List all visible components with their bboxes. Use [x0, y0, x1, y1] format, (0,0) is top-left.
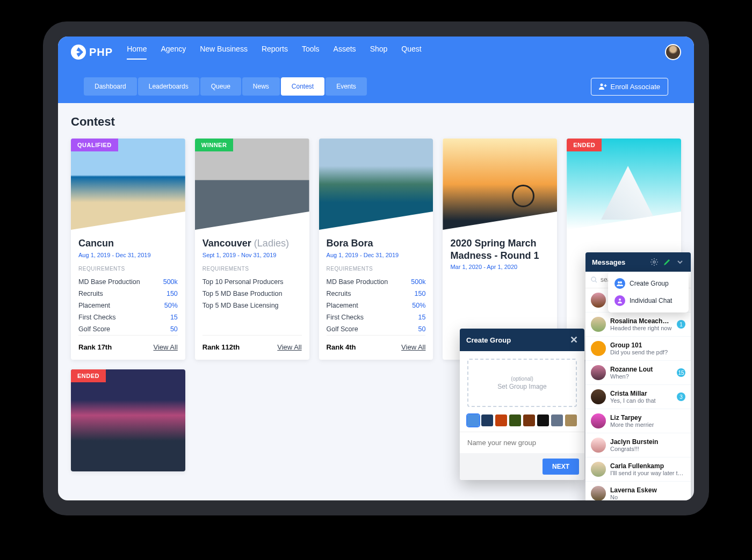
brand-text: PHP	[89, 46, 113, 59]
tab-queue[interactable]: Queue	[200, 77, 241, 96]
view-all-link[interactable]: View All	[401, 343, 425, 351]
messages-title: Messages	[592, 258, 625, 266]
status-badge: ENDED	[71, 369, 106, 382]
message-item[interactable]: Rozanne LoutWhen?15	[585, 361, 691, 385]
contest-card-march-madness[interactable]: 2020 Spring March Madness - Round 1 Mar …	[443, 139, 557, 360]
tablet-frame: PHP Home Agency New Business Reports Too…	[43, 21, 709, 515]
tabs: Dashboard Leaderboards Queue News Contes…	[84, 77, 368, 96]
svg-point-1	[653, 261, 655, 263]
preset-thumb[interactable]	[523, 414, 535, 426]
image-presets	[460, 414, 584, 432]
modal-header: Create Group ✕	[460, 329, 584, 351]
contest-card-vancouver[interactable]: WINNER Vancouver (Ladies) Sept 1, 2019 -…	[195, 139, 309, 360]
card-dates: Aug 1, 2019 - Dec 31, 2019	[78, 252, 178, 258]
card-body: Cancun Aug 1, 2019 - Dec 31, 2019 REQUIR…	[71, 230, 185, 360]
messages-panel: Messages	[585, 252, 691, 500]
preset-thumb[interactable]	[495, 414, 507, 426]
contest-card-cancun[interactable]: QUALIFIED Cancun Aug 1, 2019 - Dec 31, 2…	[71, 139, 185, 360]
group-name-input[interactable]	[460, 432, 584, 453]
search-icon	[591, 277, 597, 283]
message-item[interactable]: Group 101Did you send the pdf?	[585, 337, 691, 361]
card-dates: Sept 1, 2019 - Nov 31, 2019	[203, 252, 302, 258]
enroll-associate-button[interactable]: Enroll Associate	[591, 78, 669, 96]
card-image	[195, 139, 309, 230]
tab-contest[interactable]: Contest	[281, 77, 324, 96]
svg-point-5	[591, 277, 596, 281]
message-list[interactable]: LeoIt st Rosalina MceachernHeaded there …	[585, 288, 691, 500]
group-image-dropzone[interactable]: (optional) Set Group Image	[467, 359, 577, 407]
page-title: Contest	[71, 115, 681, 129]
create-group-modal: Create Group ✕ (optional) Set Group Imag…	[460, 329, 584, 480]
compose-icon[interactable]	[663, 258, 671, 266]
contest-card-6[interactable]: ENDED	[71, 369, 185, 471]
card-image	[567, 139, 681, 230]
popover-create-group[interactable]: Create Group	[611, 275, 685, 292]
svg-point-2	[618, 281, 620, 283]
nav-reports[interactable]: Reports	[262, 45, 288, 60]
rank: Rank 4th	[327, 343, 356, 351]
nav-home[interactable]: Home	[127, 45, 147, 60]
svg-point-0	[600, 84, 603, 86]
person-add-icon	[599, 83, 608, 90]
svg-point-4	[619, 299, 621, 301]
card-image	[71, 139, 185, 230]
screen: PHP Home Agency New Business Reports Too…	[58, 37, 694, 500]
card-image	[71, 369, 185, 471]
status-badge: ENDED	[567, 139, 602, 151]
card-image	[319, 139, 433, 230]
message-item[interactable]: Carla FullenkampI'lll send it your way l…	[585, 457, 691, 482]
gear-icon[interactable]	[650, 258, 659, 266]
nav-quest[interactable]: Quest	[401, 45, 421, 60]
avatar[interactable]	[665, 44, 681, 60]
card-title: Bora Bora	[327, 237, 426, 250]
content: Contest QUALIFIED Cancun Aug 1, 2019 - D…	[58, 103, 694, 500]
close-icon[interactable]: ✕	[570, 334, 578, 346]
flame-icon	[71, 45, 86, 60]
status-badge: QUALIFIED	[71, 139, 118, 151]
preset-thumb[interactable]	[509, 414, 521, 426]
svg-point-3	[620, 281, 622, 283]
card-title: Cancun	[78, 237, 178, 250]
tab-news[interactable]: News	[242, 77, 280, 96]
tab-leaderboards[interactable]: Leaderboards	[138, 77, 199, 96]
chevron-down-icon[interactable]	[676, 258, 684, 266]
view-all-link[interactable]: View All	[154, 343, 178, 351]
preset-thumb[interactable]	[551, 414, 563, 426]
preset-thumb[interactable]	[565, 414, 577, 426]
logo[interactable]: PHP	[71, 45, 113, 60]
contest-card-borabora[interactable]: Bora Bora Aug 1, 2019 - Dec 31, 2019 REQ…	[319, 139, 433, 360]
card-image	[443, 139, 557, 230]
view-all-link[interactable]: View All	[277, 343, 301, 351]
status-badge: WINNER	[195, 139, 234, 151]
message-item[interactable]: Laverna EskewNo	[585, 482, 691, 500]
next-button[interactable]: NEXT	[543, 459, 579, 475]
requirements-heading: REQUIREMENTS	[78, 266, 178, 272]
card-dates: Aug 1, 2019 - Dec 31, 2019	[327, 252, 426, 258]
tab-dashboard[interactable]: Dashboard	[84, 77, 137, 96]
sub-nav: Dashboard Leaderboards Queue News Contes…	[71, 68, 681, 103]
nav-assets[interactable]: Assets	[334, 45, 356, 60]
message-item[interactable]: Crista MillarYes, I can do that3	[585, 385, 691, 409]
enroll-label: Enroll Associate	[611, 83, 661, 91]
modal-title: Create Group	[466, 336, 511, 344]
nav-new-business[interactable]: New Business	[200, 45, 248, 60]
preset-thumb[interactable]	[537, 414, 549, 426]
tab-events[interactable]: Events	[326, 77, 367, 96]
card-title: 2020 Spring March Madness - Round 1	[450, 237, 549, 261]
messages-header: Messages	[585, 252, 691, 272]
group-icon	[614, 278, 625, 289]
rank: Rank 17th	[78, 343, 112, 351]
popover-individual-chat[interactable]: Individual Chat	[611, 292, 685, 309]
compose-popover: Create Group Individual Chat	[608, 272, 689, 312]
nav-tools[interactable]: Tools	[302, 45, 320, 60]
message-item[interactable]: Liz TarpeyMore the merrier	[585, 409, 691, 433]
preset-thumb[interactable]	[481, 414, 493, 426]
card-title: Vancouver (Ladies)	[203, 237, 302, 250]
person-icon	[614, 295, 625, 306]
rank: Rank 112th	[203, 343, 240, 351]
nav-agency[interactable]: Agency	[161, 45, 186, 60]
nav-shop[interactable]: Shop	[370, 45, 388, 60]
message-item[interactable]: Rosalina MceachernHeaded there right now…	[585, 312, 691, 337]
message-item[interactable]: Jaclyn BursteinCongrats!!!	[585, 433, 691, 457]
preset-thumb[interactable]	[467, 414, 479, 426]
